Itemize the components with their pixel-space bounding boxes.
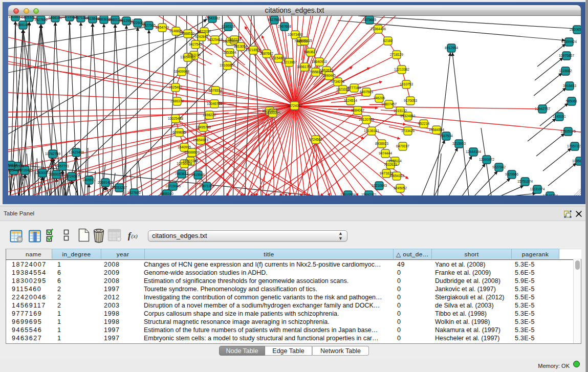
svg-text:12093872: 12093872 [479,158,494,161]
svg-text:10807457: 10807457 [381,102,397,106]
svg-text:18724007: 18724007 [287,104,302,107]
svg-text:1588520: 1588520 [181,32,194,35]
svg-text:7857234: 7857234 [228,38,241,41]
svg-text:3124514: 3124514 [344,99,357,102]
svg-text:12423448: 12423448 [69,150,84,154]
svg-text:746206: 746206 [374,96,385,100]
svg-text:8813054: 8813054 [234,45,247,48]
svg-text:1990445: 1990445 [322,74,336,77]
svg-text:1527602: 1527602 [127,191,141,194]
svg-text:6466160: 6466160 [160,192,173,195]
svg-text:5578334: 5578334 [209,89,222,92]
svg-text:2386372: 2386372 [170,99,184,103]
svg-text:3916453: 3916453 [563,84,576,87]
svg-text:1362615: 1362615 [320,69,333,72]
svg-text:19324851: 19324851 [400,114,416,118]
svg-text:1527602: 1527602 [34,18,48,21]
svg-text:8960124: 8960124 [8,163,17,167]
svg-text:16961758: 16961758 [297,65,312,69]
svg-text:16671385: 16671385 [199,184,214,188]
svg-text:10756928: 10756928 [177,162,192,165]
svg-text:585061: 585061 [566,99,578,103]
svg-text:(x): (x) [132,233,138,239]
svg-text:10120746: 10120746 [359,118,374,121]
svg-text:17957223: 17957223 [567,144,581,148]
svg-text:9227342: 9227342 [492,165,506,169]
svg-text:19584554: 19584554 [429,128,444,132]
svg-text:20206576: 20206576 [570,28,581,31]
svg-text:9170053: 9170053 [404,99,417,102]
svg-text:13325419: 13325419 [207,38,223,41]
svg-text:21364436: 21364436 [371,27,386,31]
svg-text:6466160: 6466160 [49,16,62,19]
svg-text:12213382: 12213382 [394,68,409,71]
svg-text:9684067: 9684067 [351,108,364,112]
svg-text:1145191: 1145191 [553,115,566,118]
svg-text:9777169: 9777169 [347,86,361,90]
svg-text:20691406: 20691406 [15,23,31,27]
svg-text:10719185: 10719185 [165,184,181,188]
svg-text:16914479: 16914479 [8,168,21,172]
svg-text:12830027: 12830027 [35,171,50,174]
svg-text:10046766: 10046766 [207,102,222,105]
svg-text:12975115: 12975115 [297,39,312,42]
svg-text:18724007: 18724007 [64,174,79,178]
svg-text:1733426: 1733426 [401,129,415,133]
svg-text:3215953: 3215953 [452,142,466,145]
svg-text:20691406: 20691406 [98,181,113,184]
svg-text:62160: 62160 [383,39,393,42]
svg-text:8938923: 8938923 [375,142,388,145]
svg-text:18300295: 18300295 [49,172,64,176]
svg-text:9327505: 9327505 [142,24,156,27]
svg-text:1115682: 1115682 [559,69,572,73]
svg-text:19654923: 19654923 [193,138,208,142]
svg-text:17010534: 17010534 [340,193,356,195]
svg-text:18495766: 18495766 [195,125,211,129]
svg-text:9724502: 9724502 [309,138,322,141]
svg-text:9242845: 9242845 [195,35,208,38]
svg-text:6099695: 6099695 [172,130,186,134]
svg-text:16154808: 16154808 [271,56,286,60]
svg-text:19166827: 19166827 [220,63,235,67]
svg-text:10648784: 10648784 [542,194,558,195]
svg-text:9427542: 9427542 [189,42,202,46]
svg-text:9245052: 9245052 [394,186,407,190]
svg-text:10958127: 10958127 [572,159,581,163]
svg-text:12444194: 12444194 [466,150,481,154]
svg-text:3875685: 3875685 [363,18,376,21]
svg-text:19218506: 19218506 [246,48,261,52]
svg-text:9734078: 9734078 [331,80,344,83]
svg-text:9463627: 9463627 [304,50,317,54]
svg-text:1498222: 1498222 [203,113,216,117]
svg-text:10688609: 10688609 [184,150,200,154]
svg-text:12942757: 12942757 [535,107,550,111]
svg-text:1405571: 1405571 [82,178,96,182]
svg-text:6497503: 6497503 [360,90,373,94]
svg-text:6479197: 6479197 [396,144,409,148]
svg-text:2967608: 2967608 [278,25,291,28]
svg-text:16053287: 16053287 [112,186,127,189]
svg-text:1010753: 1010753 [400,82,413,86]
svg-text:9329966: 9329966 [505,172,518,176]
svg-text:10025438: 10025438 [168,117,183,120]
svg-text:17359924: 17359924 [561,40,577,43]
svg-text:9457791: 9457791 [56,164,69,168]
svg-text:1167534: 1167534 [440,134,453,138]
svg-text:2718129: 2718129 [390,53,403,56]
svg-text:2687682: 2687682 [260,52,273,55]
svg-text:10975857: 10975857 [559,54,574,57]
svg-text:11131074: 11131074 [530,187,545,191]
svg-text:7632621: 7632621 [384,163,397,166]
svg-text:9327508: 9327508 [268,18,281,21]
svg-text:12213967: 12213967 [281,60,297,64]
svg-text:15692371: 15692371 [361,193,377,195]
svg-text:2935114: 2935114 [388,159,402,163]
svg-text:10543382: 10543382 [205,16,220,20]
svg-text:13054985: 13054985 [180,55,195,59]
svg-text:8912954: 8912954 [445,46,458,50]
svg-text:8322037: 8322037 [198,30,211,33]
svg-text:9474444: 9474444 [379,151,392,155]
svg-text:15751074: 15751074 [517,180,533,183]
svg-text:16409948: 16409948 [174,70,189,73]
svg-text:952214: 952214 [418,122,430,125]
